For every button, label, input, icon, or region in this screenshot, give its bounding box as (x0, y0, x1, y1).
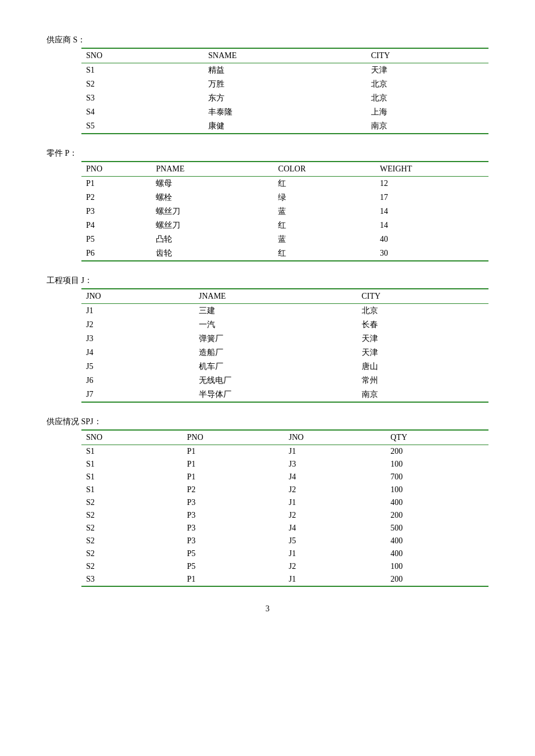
table-cell: P1 (182, 573, 284, 586)
table-cell: S1 (81, 471, 182, 483)
table-row: P4螺丝刀红14 (81, 218, 488, 232)
table-cell: S1 (81, 445, 182, 458)
table-cell: P3 (182, 522, 284, 535)
table-cell: J6 (81, 374, 194, 388)
parts-col-pname: PNAME (151, 162, 273, 177)
table-cell: S2 (81, 77, 204, 91)
table-cell: P4 (81, 218, 151, 232)
table-cell: S2 (81, 547, 182, 560)
table-cell: 北京 (357, 304, 488, 318)
supply-body: S1P1J1200S1P1J3100S1P1J4700S1P2J2100S2P3… (81, 445, 488, 587)
table-row: J1三建北京 (81, 304, 488, 318)
table-cell: 康健 (204, 119, 366, 134)
table-cell: 天津 (366, 63, 488, 78)
suppliers-body: S1精益天津S2万胜北京S3东方北京S4丰泰隆上海S5康健南京 (81, 63, 488, 134)
table-cell: S3 (81, 91, 204, 105)
table-cell: J3 (284, 458, 386, 471)
table-row: P2螺栓绿17 (81, 191, 488, 205)
parts-table: PNO PNAME COLOR WEIGHT P1螺母红12P2螺栓绿17P3螺… (81, 161, 488, 261)
parts-title: 零件 P： (47, 148, 488, 159)
table-cell: 常州 (357, 374, 488, 388)
table-cell: J3 (81, 332, 194, 346)
table-cell: J1 (284, 573, 386, 586)
table-cell: 南京 (366, 119, 488, 134)
table-cell: J1 (284, 445, 386, 458)
table-cell: 绿 (273, 191, 375, 205)
table-cell: J2 (284, 560, 386, 573)
table-cell: P2 (81, 191, 151, 205)
table-cell: J1 (284, 496, 386, 509)
supply-col-jno: JNO (284, 430, 386, 445)
table-row: S4丰泰隆上海 (81, 105, 488, 119)
table-cell: 螺丝刀 (151, 205, 273, 218)
table-cell: 南京 (357, 388, 488, 402)
table-cell: 蓝 (273, 205, 375, 218)
suppliers-col-sname: SNAME (204, 48, 366, 63)
table-cell: 一汽 (194, 318, 357, 332)
table-cell: J2 (81, 318, 194, 332)
table-row: S2P5J2100 (81, 560, 488, 573)
table-cell: P1 (81, 177, 151, 191)
table-cell: P1 (182, 445, 284, 458)
table-cell: S2 (81, 522, 182, 535)
table-cell: J5 (284, 535, 386, 547)
table-cell: 天津 (357, 346, 488, 360)
table-cell: 螺母 (151, 177, 273, 191)
table-cell: J2 (284, 509, 386, 522)
table-cell: 蓝 (273, 232, 375, 246)
table-row: S3东方北京 (81, 91, 488, 105)
table-row: S1P1J4700 (81, 471, 488, 483)
parts-body: P1螺母红12P2螺栓绿17P3螺丝刀蓝14P4螺丝刀红14P5凸轮蓝40P6齿… (81, 177, 488, 261)
table-cell: J4 (81, 346, 194, 360)
table-cell: 红 (273, 218, 375, 232)
table-cell: 螺栓 (151, 191, 273, 205)
table-cell: P3 (182, 496, 284, 509)
table-cell: P3 (182, 535, 284, 547)
table-cell: J4 (284, 471, 386, 483)
table-row: S2P3J1400 (81, 496, 488, 509)
table-cell: 精益 (204, 63, 366, 78)
table-cell: 东方 (204, 91, 366, 105)
table-cell: P3 (81, 205, 151, 218)
table-cell: S2 (81, 509, 182, 522)
table-cell: 长春 (357, 318, 488, 332)
table-cell: 半导体厂 (194, 388, 357, 402)
table-cell: J2 (284, 483, 386, 496)
supply-section: 供应情况 SPJ： SNO PNO JNO QTY S1P1J1200S1P1J… (47, 417, 488, 587)
projects-table: JNO JNAME CITY J1三建北京J2一汽长春J3弹簧厂天津J4造船厂天… (81, 288, 488, 403)
table-cell: 500 (386, 522, 488, 535)
table-row: S1精益天津 (81, 63, 488, 78)
table-cell: J1 (81, 304, 194, 318)
table-cell: 万胜 (204, 77, 366, 91)
table-row: J3弹簧厂天津 (81, 332, 488, 346)
table-cell: P2 (182, 483, 284, 496)
table-cell: 红 (273, 177, 375, 191)
table-row: S3P1J1200 (81, 573, 488, 586)
parts-section: 零件 P： PNO PNAME COLOR WEIGHT P1螺母红12P2螺栓… (47, 148, 488, 261)
table-cell: 天津 (357, 332, 488, 346)
table-cell: S1 (81, 458, 182, 471)
table-cell: P1 (182, 471, 284, 483)
table-cell: P5 (182, 547, 284, 560)
supply-header-row: SNO PNO JNO QTY (81, 430, 488, 445)
projects-body: J1三建北京J2一汽长春J3弹簧厂天津J4造船厂天津J5机车厂唐山J6无线电厂常… (81, 304, 488, 403)
table-cell: 造船厂 (194, 346, 357, 360)
table-row: J6无线电厂常州 (81, 374, 488, 388)
table-row: J7半导体厂南京 (81, 388, 488, 402)
table-cell: 丰泰隆 (204, 105, 366, 119)
table-cell: P5 (182, 560, 284, 573)
suppliers-col-sno: SNO (81, 48, 204, 63)
projects-col-city: CITY (357, 289, 488, 304)
table-cell: 14 (375, 218, 488, 232)
table-row: S1P1J3100 (81, 458, 488, 471)
table-cell: 17 (375, 191, 488, 205)
table-row: S2P5J1400 (81, 547, 488, 560)
suppliers-header-row: SNO SNAME CITY (81, 48, 488, 63)
supply-col-pno: PNO (182, 430, 284, 445)
table-cell: 北京 (366, 77, 488, 91)
table-cell: 北京 (366, 91, 488, 105)
projects-col-jname: JNAME (194, 289, 357, 304)
table-cell: S2 (81, 496, 182, 509)
table-cell: S2 (81, 560, 182, 573)
table-row: P6齿轮红30 (81, 246, 488, 261)
